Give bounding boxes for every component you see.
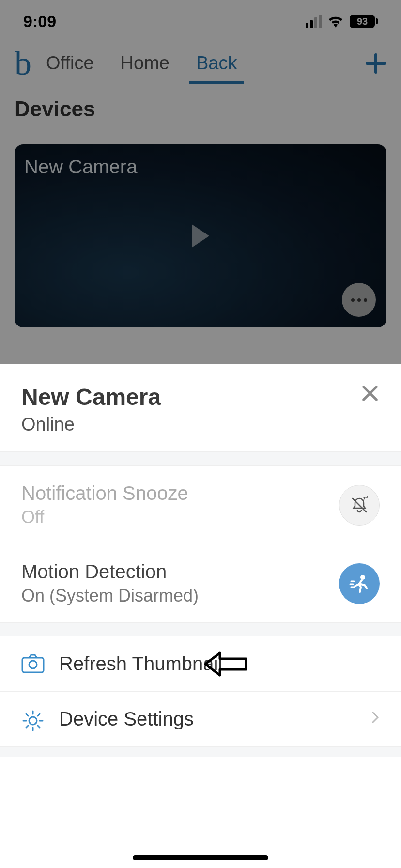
motion-detection-row[interactable]: Motion Detection On (System Disarmed) — [0, 544, 401, 623]
devices-heading: Devices — [15, 97, 95, 121]
sheet-title: New Camera — [21, 384, 161, 410]
wifi-icon — [327, 15, 344, 28]
camera-card[interactable]: New Camera — [15, 144, 386, 327]
gear-icon — [21, 709, 45, 729]
status-indicators: 93 — [306, 15, 378, 28]
status-bar: 9:09 93 — [0, 0, 401, 43]
camera-more-button[interactable] — [342, 283, 376, 317]
notification-snooze-row[interactable]: Notification Snooze Off z z — [0, 466, 401, 544]
tab-home[interactable]: Home — [121, 44, 170, 82]
svg-point-5 — [29, 717, 37, 725]
close-button[interactable] — [360, 384, 380, 403]
chevron-right-icon — [371, 711, 380, 728]
annotation-arrow-icon — [203, 651, 247, 677]
device-settings-row[interactable]: Device Settings — [0, 692, 401, 747]
bell-snooze-icon: z z — [349, 495, 370, 516]
home-indicator[interactable] — [133, 855, 268, 860]
running-person-icon — [347, 572, 371, 596]
add-button[interactable] — [365, 48, 386, 79]
svg-text:z: z — [366, 495, 368, 499]
snooze-value: Off — [21, 507, 188, 527]
camera-icon — [21, 654, 45, 674]
motion-value: On (System Disarmed) — [21, 586, 199, 606]
battery-indicator: 93 — [350, 15, 378, 28]
play-icon[interactable] — [192, 224, 209, 248]
battery-level: 93 — [350, 15, 375, 28]
svg-text:z: z — [363, 496, 366, 501]
close-icon — [360, 384, 380, 403]
settings-label: Device Settings — [59, 708, 194, 730]
snooze-title: Notification Snooze — [21, 482, 188, 504]
motion-title: Motion Detection — [21, 561, 199, 583]
top-nav: b Office Home Back — [0, 43, 401, 84]
tab-office[interactable]: Office — [46, 44, 94, 82]
cellular-signal-icon — [306, 15, 322, 28]
app-logo: b — [15, 46, 31, 80]
refresh-thumbnail-row[interactable]: Refresh Thumbnail — [0, 636, 401, 692]
refresh-label: Refresh Thumbnail — [59, 653, 222, 675]
motion-toggle-button[interactable] — [339, 563, 380, 604]
svg-point-4 — [29, 661, 37, 668]
sheet-status: Online — [21, 414, 161, 435]
snooze-toggle-button[interactable]: z z — [339, 485, 380, 526]
device-action-sheet: New Camera Online Notification Snooze Of… — [0, 364, 401, 868]
plus-icon — [365, 53, 386, 74]
svg-point-2 — [360, 575, 365, 580]
tab-back[interactable]: Back — [196, 44, 237, 82]
camera-card-title: New Camera — [24, 156, 137, 178]
status-time: 9:09 — [23, 12, 56, 31]
